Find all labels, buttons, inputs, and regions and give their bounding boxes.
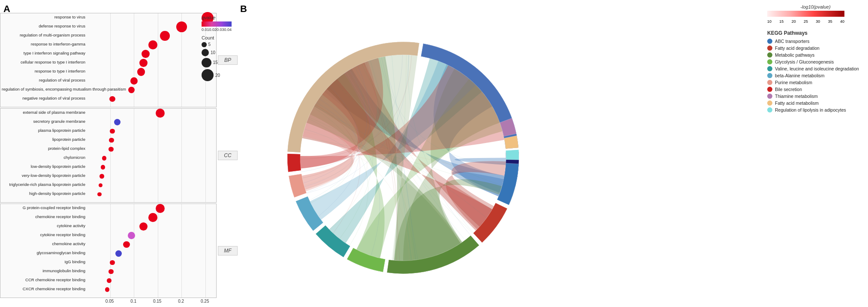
grid-line — [181, 109, 182, 202]
qvalue-tick: 0.01 — [202, 27, 209, 32]
term-label: response to interferon-gamma — [2, 42, 85, 46]
grid-line — [110, 109, 111, 202]
term-dot — [142, 50, 150, 58]
colorbar-tick: 25 — [804, 19, 808, 24]
kegg-color-dot — [767, 87, 772, 92]
colorbar-tick: 35 — [828, 19, 832, 24]
section-CC: CCexternal side of plasma membranesecret… — [0, 108, 217, 203]
kegg-label: Glycolysis / Gluconeogenesis — [775, 59, 834, 64]
count-legend-dot — [202, 42, 207, 47]
colorbar-canvas — [767, 11, 844, 17]
term-label: chylomicron — [2, 155, 85, 160]
term-dot — [110, 129, 115, 134]
term-label: CCR chemokine receptor binding — [2, 277, 85, 282]
count-legend-label: 20 — [215, 73, 220, 78]
term-label: lipoprotein particle — [2, 137, 85, 142]
colorbar: -log10(pvalue) 10152025303540 — [767, 4, 864, 24]
term-dot — [105, 287, 109, 292]
term-label: defense response to virus — [2, 24, 85, 28]
kegg-color-dot — [767, 52, 772, 58]
term-label: chemokine receptor binding — [2, 214, 85, 219]
kegg-color-dot — [767, 100, 772, 106]
kegg-item: Purine metabolism — [767, 80, 864, 85]
count-legend-row: 10 — [202, 49, 238, 56]
grid-line — [134, 13, 134, 107]
kegg-label: ABC transporters — [775, 39, 810, 44]
count-legend-dot — [202, 49, 209, 56]
x-tick: 0.2 — [178, 299, 184, 304]
term-dot — [107, 278, 112, 283]
colorbar-tick: 15 — [779, 19, 784, 24]
kegg-legend-title: KEGG Pathways — [767, 30, 864, 36]
term-dot — [156, 204, 165, 213]
colorbar-tick: 20 — [792, 19, 796, 24]
grid-line — [181, 204, 182, 298]
colorbar-tick: 40 — [840, 19, 844, 24]
section-MF: MFG protein-coupled receptor bindingchem… — [0, 204, 217, 298]
term-dot — [101, 165, 105, 169]
kegg-label: Regulation of lipolysis in adipocytes — [775, 107, 846, 112]
count-legend-dot — [202, 69, 214, 81]
term-label: low-density lipoprotein particle — [2, 164, 85, 169]
kegg-item: Fatty acid degradation — [767, 46, 864, 51]
qvalue-legend-title: qvalue — [202, 15, 238, 20]
term-label: regulation of multi-organism process — [2, 33, 85, 37]
term-dot — [139, 222, 148, 231]
kegg-color-dot — [767, 94, 772, 99]
kegg-item: Metabolic pathways — [767, 52, 864, 58]
kegg-color-dot — [767, 107, 772, 112]
term-label: regulation of symbiosis, encompassing mu… — [2, 87, 85, 91]
term-label: chemokine activity — [2, 241, 85, 246]
term-dot — [156, 109, 165, 118]
term-label: triglyceride-rich plasma lipoprotein par… — [2, 182, 85, 187]
term-label: very-low-density lipoprotein particle — [2, 173, 85, 178]
qvalue-gradient — [202, 21, 232, 27]
term-dot — [109, 96, 115, 102]
x-tick: 0.05 — [105, 299, 114, 304]
colorbar-ticks: 10152025303540 — [767, 19, 844, 24]
colorbar-title: -log10(pvalue) — [767, 4, 864, 9]
term-label: protein-lipid complex — [2, 146, 85, 151]
qvalue-tick: 0.02 — [209, 27, 217, 32]
term-label: glycosaminoglycan binding — [2, 250, 85, 255]
kegg-label: Metabolic pathways — [775, 52, 814, 58]
grid-line — [134, 204, 134, 298]
term-dot — [108, 147, 114, 152]
kegg-label: Fatty acid degradation — [775, 46, 820, 51]
term-label: plasma lipoprotein particle — [2, 128, 85, 133]
term-dot — [130, 77, 138, 85]
qvalue-tick: 0.04 — [224, 27, 232, 32]
circos-diagram: B — [240, 0, 765, 307]
term-label: type I interferon signaling pathway — [2, 51, 85, 55]
grid-line — [110, 204, 111, 298]
count-legend-label: 5 — [208, 42, 211, 47]
term-dot — [99, 183, 102, 187]
kegg-item: beta-Alanine metabolism — [767, 73, 864, 78]
kegg-color-dot — [767, 73, 772, 78]
term-label: immunoglobulin binding — [2, 268, 85, 273]
kegg-color-dot — [767, 46, 772, 51]
x-tick: 0.15 — [153, 299, 161, 304]
grid-line — [158, 109, 158, 202]
term-dot — [109, 138, 114, 143]
term-dot — [99, 174, 104, 178]
term-dot — [139, 59, 148, 67]
count-legend-dot — [202, 58, 211, 68]
kegg-color-dot — [767, 66, 772, 71]
panel-b-label: B — [240, 3, 247, 15]
count-legend-label: 10 — [211, 50, 215, 55]
panel-a: A BPresponse to virusdefense response to… — [0, 0, 240, 307]
term-label: negative regulation of viral process — [2, 96, 85, 100]
kegg-item: Regulation of lipolysis in adipocytes — [767, 107, 864, 112]
kegg-item: Bile secretion — [767, 87, 864, 92]
section-BP: BPresponse to virusdefense response to v… — [0, 13, 217, 107]
term-label: external side of plasma membrane — [2, 110, 85, 115]
kegg-label: Purine metabolism — [775, 80, 812, 85]
term-label: response to type I interferon — [2, 69, 85, 73]
term-label: secretory granule membrane — [2, 119, 85, 124]
kegg-item: ABC transporters — [767, 39, 864, 44]
count-legend-row: 20 — [202, 69, 238, 81]
term-dot — [108, 269, 114, 274]
section-label-CC: CC — [218, 151, 238, 160]
kegg-item: Fatty acid metabolism — [767, 100, 864, 106]
